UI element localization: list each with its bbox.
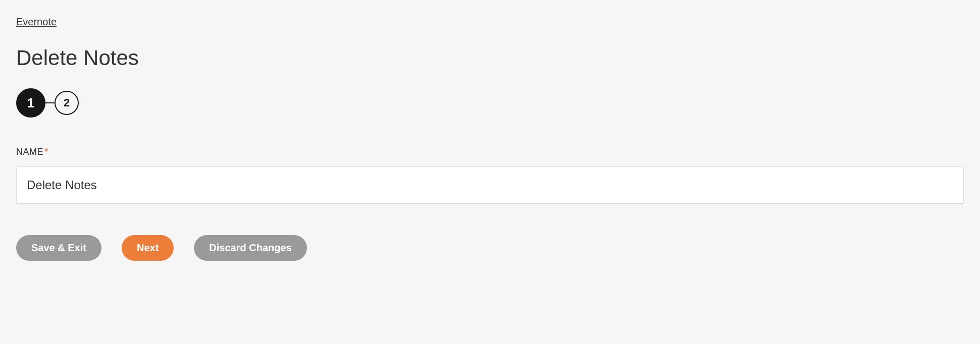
step-2[interactable]: 2 bbox=[55, 91, 79, 115]
button-row: Save & Exit Next Discard Changes bbox=[16, 235, 964, 261]
breadcrumb: Evernote bbox=[16, 16, 964, 28]
discard-changes-button[interactable]: Discard Changes bbox=[194, 235, 306, 261]
required-indicator: * bbox=[44, 147, 48, 157]
name-label-text: NAME bbox=[16, 147, 43, 157]
step-connector bbox=[45, 102, 55, 103]
stepper: 1 2 bbox=[16, 88, 964, 118]
name-input[interactable] bbox=[16, 166, 964, 204]
page-title: Delete Notes bbox=[16, 46, 964, 70]
breadcrumb-link-evernote[interactable]: Evernote bbox=[16, 16, 57, 27]
next-button[interactable]: Next bbox=[122, 235, 174, 261]
save-exit-button[interactable]: Save & Exit bbox=[16, 235, 101, 261]
step-1[interactable]: 1 bbox=[16, 88, 45, 118]
field-name: NAME* bbox=[16, 147, 964, 204]
name-label: NAME* bbox=[16, 147, 964, 157]
